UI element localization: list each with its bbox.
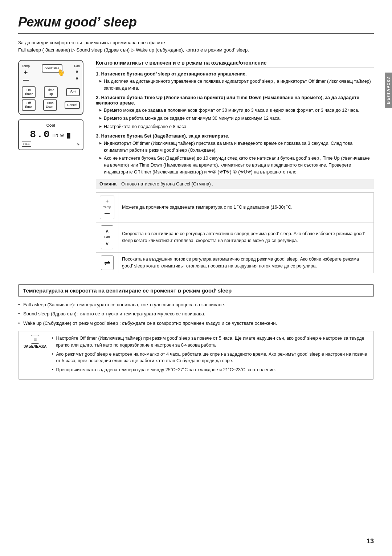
cancel-label: Отмяна [99,181,118,187]
good-sleep-button[interactable]: good' slee ✋ [42,64,62,73]
step-3: 3. Натиснете бутона Set (Задействане), з… [96,133,374,176]
bottom-bullet-3: Wake up (Събуждане) от режим good’ sleep… [18,320,374,327]
off-display: OFF [22,142,31,147]
bottom-section: Температурата и скоростта на вентилиране… [18,284,374,380]
fan-row-text: Скоростта на вентилиране се регулира авт… [118,222,374,253]
step-1: 1. Натиснете бутона good’ sleep от диста… [96,71,374,92]
remote-control: Temp + — good' slee ✋ Fan ∧ ∨ On Timer [18,60,83,115]
step-1-bullet-1: На дисплея на дистанционното управление … [99,78,374,92]
bottom-title: Температурата и скоростта на вентилиране… [18,284,374,297]
plus-btn[interactable]: + [24,69,28,76]
page-number: 13 [367,537,374,545]
step-2: 2. Натиснете бутона Time Up (Увеличаване… [96,95,374,130]
temp-label: Temp [22,64,30,68]
remote-area: Temp + — good' slee ✋ Fan ∧ ∨ On Timer [18,60,87,278]
minus-btn[interactable]: — [23,77,29,83]
step-3-title: 3. Натиснете бутона Set (Задействане), з… [96,133,374,139]
table-row: ∧ Fan ∨ Скоростта на вентилиране се регу… [96,222,374,253]
note-content: Настройте Off timer (Изключващ таймер) п… [52,335,368,376]
temp-icon: + Temp — [100,196,114,220]
bottom-bullet-2: Sound sleep (Здрав сън): тялото се отпус… [18,310,374,318]
on-timer-button[interactable]: On Timer [22,86,36,98]
cancel-text: Отново натиснете бутона Cancel (Отмяна) … [121,181,213,187]
hr-label: HR [53,134,58,138]
table-row: ⇌ Посоката на въздушния поток се регулир… [96,252,374,273]
time-down-button[interactable]: Time Down [43,99,57,111]
fan-icon: ∧ Fan ∨ [101,225,113,249]
cancel-note: Отмяна Отново натиснете бутона Cancel (О… [96,179,374,189]
note-icon-area: ≡ ЗАБЕЛЕЖКА [24,335,46,348]
section-title: Когато климатикът е включен и е в режим … [96,60,374,68]
chevron-down-btn[interactable]: ∨ [75,75,79,81]
signal-icon: ▐▌ [66,133,72,138]
text-content: Когато климатикът е включен и е в режим … [96,60,374,278]
time-up-button[interactable]: Time Up [44,86,58,98]
display-box: Cool 8.0 HR ❄ ▐▌ OFF ☀ [18,119,83,150]
step-2-bullet-1: Времето може да се задава в половинчасов… [99,107,374,114]
step-3-bullet-2: Ако не натиснете бутона Set (Задействане… [99,155,374,175]
note-bullet-1: Настройте Off timer (Изключващ таймер) п… [52,335,368,349]
step-1-bullets: На дисплея на дистанционното управление … [96,78,374,92]
step-1-title: 1. Натиснете бутона good’ sleep от диста… [96,71,374,77]
step-2-bullets: Времето може да се задава в половинчасов… [96,107,374,130]
temp-row-text: Можете да променяте зададената температу… [118,192,374,222]
table-row: + Temp — Можете да променяте зададената … [96,192,374,222]
airflow-icon: ⇌ [101,255,114,270]
display-digits: 8.0 [30,129,50,140]
note-box: ≡ ЗАБЕЛЕЖКА Настройте Off timer (Изключв… [18,331,374,380]
note-bullet-3: Препоръчителната зададена температура е … [52,367,368,373]
snowflake-icon: ❄ [60,132,64,138]
step-2-bullet-3: Настройката по подразбиране е 8 часа. [99,123,374,130]
off-timer-button[interactable]: Off Timer [22,99,36,111]
cancel-button[interactable]: Cancel [65,101,80,109]
chevron-up-btn[interactable]: ∧ [75,69,79,74]
note-symbol: ≡ [31,335,39,344]
intro-text: За да осигури комфортен сън, климатикът … [18,39,374,53]
steps-list: 1. Натиснете бутона good’ sleep от диста… [96,71,374,176]
icon-table: + Temp — Можете да променяте зададената … [96,192,374,273]
airflow-row-text: Посоката на въздушния поток се регулира … [118,252,374,273]
sun-icon: ☀ [77,142,80,146]
bottom-bullets: Fall asleep (Заспиване): температурата с… [18,301,374,327]
step-3-bullets: Индикаторът Off timer (Изключващ таймер)… [96,140,374,176]
set-button[interactable]: Set [66,88,80,96]
page-title: Режим good’ sleep [18,15,374,34]
bottom-bullet-1: Fall asleep (Заспиване): температурата с… [18,301,374,308]
fan-label: Fan [74,64,80,68]
note-bullet-2: Ако режимът good’ sleep е настроен на по… [52,351,368,365]
step-2-bullet-2: Времето за работа може да се зададе от м… [99,115,374,122]
side-label: БЪЛГАРСКИ [385,73,392,108]
step-2-title: 2. Натиснете бутона Time Up (Увеличаване… [96,95,374,106]
cool-label: Cool [22,123,80,127]
note-label: ЗАБЕЛЕЖКА [24,344,46,348]
step-3-bullet-1: Индикаторът Off timer (Изключващ таймер)… [99,140,374,154]
